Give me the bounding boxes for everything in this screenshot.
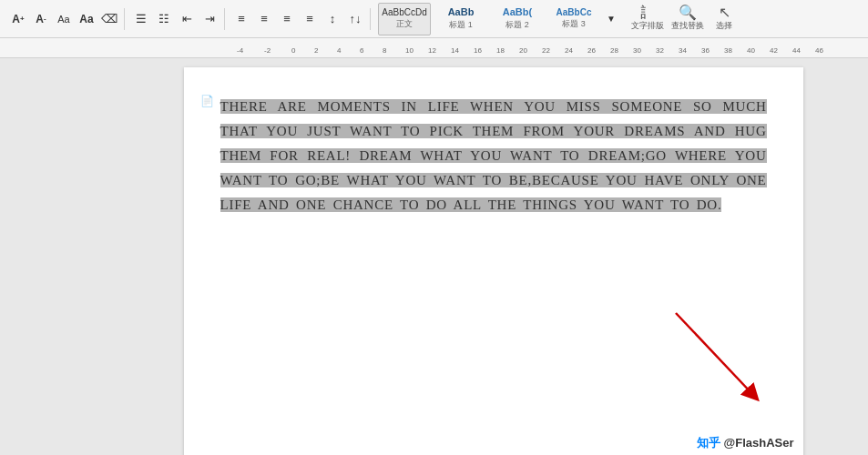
- clear-format-button[interactable]: ⌫: [98, 8, 120, 30]
- select-button[interactable]: ↖ 选择: [710, 5, 739, 32]
- svg-line-0: [676, 313, 753, 395]
- indent-increase-button[interactable]: ⇥: [199, 8, 220, 30]
- list-ul-button[interactable]: ☰: [130, 8, 152, 30]
- ruler-mark-6: 6: [360, 46, 363, 55]
- ruler-mark-10: 10: [405, 46, 414, 55]
- right-tools: 訁 文字排版 🔍 查找替换 ↖ 选择: [629, 5, 739, 32]
- style-heading1-label: 标题 1: [449, 19, 473, 31]
- toolbar: A+ A- Aа Aa ⌫ ☰ ☷ ⇤ ⇥ ≡ ≡ ≡ ≡ ↕ ↑↓ AaBbC…: [0, 0, 868, 38]
- ruler-mark-34: 34: [679, 46, 687, 55]
- ruler-mark-2: 2: [314, 46, 318, 55]
- style-heading3-preview: AaBbCc: [557, 7, 592, 18]
- ruler-mark-18: 18: [496, 46, 505, 55]
- ruler-mark-0: 0: [291, 46, 295, 55]
- text-layout-icon: 訁: [640, 5, 655, 20]
- ruler-mark-28: 28: [610, 46, 618, 55]
- ruler-mark-44: 44: [792, 46, 801, 55]
- paragraph-1[interactable]: 📄 THERE ARE MOMENTS IN LIFE WHEN YOU MIS…: [220, 95, 767, 217]
- select-label: 选择: [716, 20, 732, 32]
- list-ol-button[interactable]: ☷: [153, 8, 175, 30]
- style-normal-preview: AaBbCcDd: [382, 7, 426, 18]
- ruler-mark-32: 32: [656, 46, 664, 55]
- ruler-mark-46: 46: [815, 46, 823, 55]
- style-heading1[interactable]: AaBb 标题 1: [434, 3, 487, 35]
- align-justify-button[interactable]: ≡: [299, 8, 321, 30]
- text-layout-label: 文字排版: [631, 20, 664, 32]
- style-heading2[interactable]: AaBb( 标题 2: [491, 3, 544, 35]
- ruler-mark-38: 38: [724, 46, 732, 55]
- arrow-svg: [658, 295, 776, 413]
- ruler-mark-neg4: -4: [237, 46, 243, 55]
- document-area[interactable]: 📄 THERE ARE MOMENTS IN LIFE WHEN YOU MIS…: [118, 58, 868, 455]
- find-replace-icon: 🔍: [679, 5, 697, 20]
- indent-decrease-button[interactable]: ⇤: [176, 8, 198, 30]
- user-label: @FlashASer: [720, 436, 794, 450]
- align-right-button[interactable]: ≡: [276, 8, 298, 30]
- align-center-button[interactable]: ≡: [253, 8, 275, 30]
- left-margin: [0, 58, 118, 455]
- select-icon: ↖: [719, 5, 730, 20]
- watermark: 知乎 @FlashASer: [697, 435, 794, 451]
- ruler-mark-16: 16: [474, 46, 482, 55]
- styles-section: AaBbCcDd 正文 AaBb 标题 1 AaBb( 标题 2 AaBbCc …: [373, 3, 624, 35]
- find-replace-label: 查找替换: [671, 20, 704, 32]
- paragraph-marker: 📄: [200, 95, 214, 107]
- arrow-annotation: [658, 295, 776, 413]
- ruler-mark-42: 42: [770, 46, 778, 55]
- ruler-mark-24: 24: [565, 46, 573, 55]
- style-normal[interactable]: AaBbCcDd 正文: [378, 3, 431, 35]
- ruler-marks: -4 -2 0 2 4 6 8 10 12 14 16 18 20 22 24 …: [237, 38, 868, 57]
- more-styles-button[interactable]: ▼: [604, 8, 618, 30]
- font-name-button[interactable]: Aa: [76, 8, 97, 30]
- ruler-mark-20: 20: [519, 46, 527, 55]
- ruler-mark-30: 30: [633, 46, 641, 55]
- font-size-decrease-button[interactable]: A-: [30, 8, 52, 30]
- paragraph-text[interactable]: THERE ARE MOMENTS IN LIFE WHEN YOU MISS …: [220, 95, 767, 217]
- ruler-mark-22: 22: [542, 46, 550, 55]
- main-area: 📄 THERE ARE MOMENTS IN LIFE WHEN YOU MIS…: [0, 58, 868, 455]
- align-group: ≡ ≡ ≡ ≡ ↕ ↑↓: [227, 8, 371, 30]
- page[interactable]: 📄 THERE ARE MOMENTS IN LIFE WHEN YOU MIS…: [184, 67, 803, 455]
- ruler-mark-26: 26: [587, 46, 596, 55]
- ruler-mark-40: 40: [747, 46, 755, 55]
- ruler: -4 -2 0 2 4 6 8 10 12 14 16 18 20 22 24 …: [0, 38, 868, 58]
- style-heading3[interactable]: AaBbCc 标题 3: [547, 3, 600, 35]
- font-size-group: A+ A- Aа Aa ⌫: [4, 8, 125, 30]
- ruler-mark-4: 4: [337, 46, 341, 55]
- ruler-mark-36: 36: [701, 46, 710, 55]
- style-heading3-label: 标题 3: [562, 18, 586, 30]
- line-spacing-button[interactable]: ↕: [322, 8, 343, 30]
- ruler-left-margin: [0, 38, 118, 57]
- style-heading2-label: 标题 2: [505, 19, 529, 31]
- ruler-mark-neg2: -2: [264, 46, 271, 55]
- text-layout-button[interactable]: 訁 文字排版: [629, 5, 666, 32]
- style-heading2-preview: AaBb(: [503, 6, 532, 18]
- selected-text: THERE ARE MOMENTS IN LIFE WHEN YOU MISS …: [220, 99, 767, 212]
- style-heading1-preview: AaBb: [448, 6, 475, 18]
- font-pinyin-button[interactable]: Aа: [53, 8, 75, 30]
- find-replace-button[interactable]: 🔍 查找替换: [669, 5, 706, 32]
- ruler-mark-14: 14: [451, 46, 459, 55]
- zhihu-label: 知乎: [697, 436, 720, 450]
- ruler-mark-12: 12: [428, 46, 436, 55]
- list-group: ☰ ☷ ⇤ ⇥: [127, 8, 225, 30]
- sort-button[interactable]: ↑↓: [344, 8, 366, 30]
- style-normal-label: 正文: [396, 18, 413, 30]
- font-size-increase-button[interactable]: A+: [7, 8, 29, 30]
- align-left-button[interactable]: ≡: [230, 8, 252, 30]
- ruler-mark-8: 8: [383, 46, 386, 55]
